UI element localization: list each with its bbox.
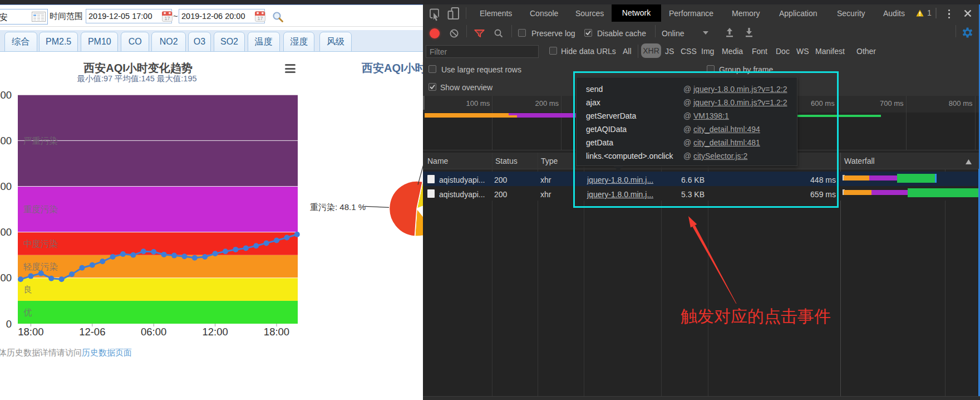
svg-text:100: 100 xyxy=(0,272,12,284)
svg-text:17: 17 xyxy=(257,16,263,21)
svg-text:0: 0 xyxy=(6,318,12,330)
svg-text:中度污染: 中度污染 xyxy=(23,239,58,248)
svg-text:17: 17 xyxy=(164,16,170,21)
svg-text:300: 300 xyxy=(0,181,12,192)
svg-text:12-06: 12-06 xyxy=(79,326,105,338)
svg-text:轻度污染: 轻度污染 xyxy=(23,262,58,271)
svg-text:400: 400 xyxy=(0,135,12,147)
svg-text:18:00: 18:00 xyxy=(18,326,43,338)
svg-text:良: 良 xyxy=(23,285,32,294)
svg-text:500: 500 xyxy=(0,89,12,101)
svg-text:严重污染: 严重污染 xyxy=(23,136,58,145)
svg-text:12:00: 12:00 xyxy=(202,326,228,338)
svg-text:200: 200 xyxy=(0,226,12,238)
svg-text:重度污染: 重度污染 xyxy=(23,204,58,214)
svg-text:06:00: 06:00 xyxy=(141,326,166,338)
svg-text:优: 优 xyxy=(23,308,32,317)
svg-text:18:00: 18:00 xyxy=(264,326,289,338)
